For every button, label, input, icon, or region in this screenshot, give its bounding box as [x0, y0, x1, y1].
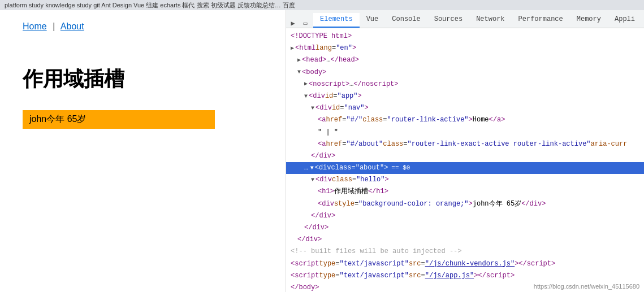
expand-body-arrow[interactable]: ▼ [297, 68, 301, 77]
dom-vendors-script[interactable]: <script type="text/javascript" src="/js/… [286, 258, 644, 270]
dom-noscript[interactable]: ▶ <noscript> … </noscript> [286, 79, 644, 90]
dom-orange-div[interactable]: <div style="background-color: orange;" >… [286, 198, 644, 210]
tab-elements[interactable]: Elements [313, 13, 360, 28]
orange-banner: john今年 65岁 [23, 110, 215, 129]
nav-links: Home | About [23, 21, 84, 32]
expand-about-arrow[interactable]: ▼ [310, 164, 314, 173]
main-area: Home | About 作用域插槽 john今年 65岁 ▶ ▭ Elemen… [0, 10, 644, 292]
dom-hello-close: </div> [286, 210, 644, 222]
tab-vue[interactable]: Vue [360, 13, 386, 28]
dom-app-div[interactable]: ▼ <div id="app" > [286, 90, 644, 102]
dom-about-div-selected[interactable]: … ▼ <div class="about" > == $0 [286, 162, 644, 174]
home-link[interactable]: Home [23, 21, 47, 31]
browser-tab-bar: platform study knowledge study git Ant D… [0, 0, 644, 10]
dom-h1[interactable]: <h1> 作用域插槽 </h1> [286, 186, 644, 198]
dom-body-open[interactable]: ▼ <body> [286, 67, 644, 79]
dom-hello-div[interactable]: ▼ <div class="hello" > [286, 174, 644, 186]
dom-about-close: </div> [286, 222, 644, 234]
dom-about-link[interactable]: <a href="#/about" class="router-link-exa… [286, 138, 644, 150]
expand-html-arrow[interactable]: ▶ [291, 44, 294, 53]
dom-head[interactable]: ▶ <head> … </head> [286, 54, 644, 66]
tab-console[interactable]: Console [385, 13, 427, 28]
dom-nav-div[interactable]: ▼ <div id="nav" > [286, 102, 644, 114]
tab-bar-text: platform study knowledge study git Ant D… [5, 1, 295, 10]
tab-sources[interactable]: Sources [427, 13, 469, 28]
cursor-tool-icon[interactable]: ▶ [288, 19, 297, 28]
devtools-tabs: ▶ ▭ Elements Vue Console Sources Network… [286, 10, 644, 28]
dom-app-script[interactable]: <script type="text/javascript" src="/js/… [286, 270, 644, 282]
dom-nav-close: </div> [286, 150, 644, 162]
devtools-dom-content: <!DOCTYPE html> ▶ <html lang="en" > ▶ <h… [286, 28, 644, 292]
device-tool-icon[interactable]: ▭ [301, 19, 310, 28]
dom-comment: <!-- built files will be auto injected -… [286, 246, 644, 258]
nav-separator: | [53, 21, 55, 31]
expand-head-arrow[interactable]: ▶ [297, 56, 301, 65]
dom-doctype: <!DOCTYPE html> [286, 30, 644, 42]
expand-app-arrow[interactable]: ▼ [304, 92, 308, 101]
expand-noscript-arrow[interactable]: ▶ [304, 80, 308, 89]
dom-home-link[interactable]: <a href="#/" class="router-link-active" … [286, 114, 644, 126]
tab-network[interactable]: Network [469, 13, 511, 28]
dot-dot-dot-indicator: … [304, 163, 308, 173]
expand-hello-arrow[interactable]: ▼ [311, 176, 314, 185]
page-title: 作用域插槽 [23, 66, 124, 93]
dom-app-close: </div> [286, 234, 644, 246]
expand-nav-arrow[interactable]: ▼ [311, 104, 314, 113]
page-preview: Home | About 作用域插槽 john今年 65岁 [0, 10, 286, 292]
dom-html-open[interactable]: ▶ <html lang="en" > [286, 42, 644, 54]
devtools-panel: ▶ ▭ Elements Vue Console Sources Network… [286, 10, 644, 292]
about-link[interactable]: About [60, 21, 84, 31]
url-hint: https://blog.csdn.net/weixin_45115680 [534, 283, 639, 290]
tab-performance[interactable]: Performance [512, 13, 570, 28]
tab-memory[interactable]: Memory [570, 13, 608, 28]
tab-application[interactable]: Appli [608, 13, 642, 28]
dom-separator-text: " | " [286, 127, 644, 138]
